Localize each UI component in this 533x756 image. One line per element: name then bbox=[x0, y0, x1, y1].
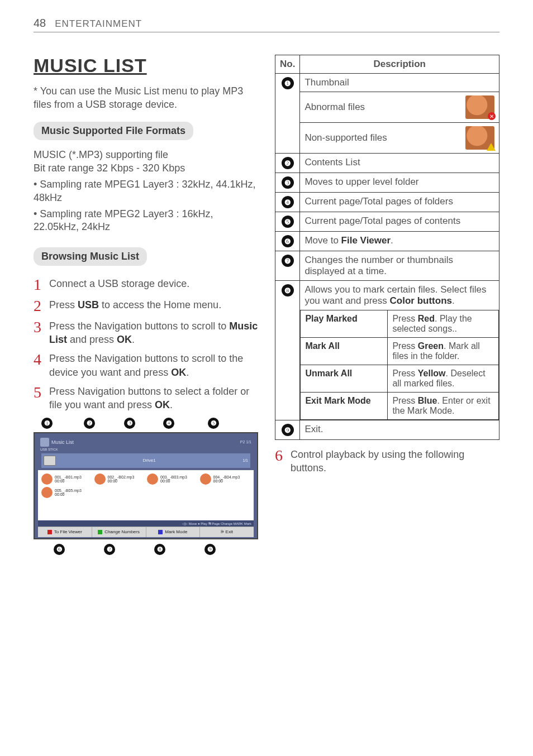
step-number-2: 2 bbox=[34, 298, 46, 314]
music-icon bbox=[40, 438, 49, 447]
file-duration: 00:00 bbox=[55, 479, 65, 483]
format-line-2: Bit rate range 32 Kbps - 320 Kbps bbox=[34, 161, 258, 175]
row-2-desc: Contents List bbox=[300, 154, 499, 173]
format-line-1: MUSIC (*.MP3) supporting file bbox=[34, 148, 258, 161]
sub-unmark-all-desc: Press Yellow. Deselect all marked files. bbox=[388, 365, 499, 393]
row-num-4: ❹ bbox=[282, 196, 294, 208]
step-number-4: 4 bbox=[34, 352, 46, 379]
list-item: 001._-B01.mp300:00 bbox=[41, 473, 92, 485]
music-file-icon bbox=[147, 473, 158, 485]
sub-exit-mode: Exit Mark Mode bbox=[305, 396, 370, 405]
error-badge-icon: ✕ bbox=[488, 112, 496, 120]
ui-preview: ❶ ❷ ❸ ❹ ❺ Music List P2 1/1 USB STICK Dr… bbox=[34, 418, 258, 557]
step-3-ok: OK bbox=[117, 334, 132, 345]
blue-square-icon bbox=[158, 530, 163, 534]
row-num-8: ❽ bbox=[282, 284, 294, 296]
music-file-icon bbox=[41, 487, 53, 498]
row-8-desc: Allows you to mark certain files. Select… bbox=[300, 281, 499, 310]
step-1: 1 Connect a USB storage device. bbox=[34, 277, 258, 293]
list-item: 003._-B03.mp300:00 bbox=[147, 473, 198, 485]
ui-btn-file-viewer: To File Viewer bbox=[38, 527, 92, 537]
callout-2: ❷ bbox=[84, 418, 95, 429]
sub-mark-all: Mark All bbox=[305, 341, 340, 351]
step-3-text-a: Press the Navigation buttons to scroll t… bbox=[49, 320, 229, 332]
callout-4: ❹ bbox=[163, 418, 174, 429]
row-num-2: ❷ bbox=[282, 157, 294, 169]
step-number-6: 6 bbox=[275, 448, 287, 475]
music-file-icon bbox=[200, 473, 211, 485]
row-7-desc: Changes the number or thumbnails display… bbox=[300, 251, 499, 281]
music-file-icon bbox=[41, 473, 53, 485]
row-6-desc: Move to File Viewer. bbox=[300, 232, 499, 251]
list-item: 002._-B02.mp300:00 bbox=[94, 473, 145, 485]
sub-play-marked: Play Marked bbox=[305, 314, 357, 323]
step-4-text-a: Press the Navigation buttons to scroll t… bbox=[49, 353, 243, 377]
warning-badge-icon bbox=[487, 143, 496, 151]
step-3: 3 Press the Navigation buttons to scroll… bbox=[34, 319, 258, 347]
page-number: 48 bbox=[34, 17, 46, 30]
file-name: 002._-B02.mp3 bbox=[108, 475, 135, 479]
step-5: 5 Press Navigation buttons to select a f… bbox=[34, 385, 258, 412]
callout-7: ❼ bbox=[104, 544, 115, 555]
step-2-text-a: Press bbox=[49, 299, 78, 310]
ui-btn-exit: ꔭ Exit bbox=[200, 527, 254, 537]
table-header-no: No. bbox=[275, 55, 300, 74]
ui-title: Music List bbox=[51, 439, 74, 445]
step-3-text-c: and press bbox=[67, 334, 117, 345]
row-5-desc: Current page/Total pages of contents bbox=[300, 212, 499, 232]
file-name: 005._-B05.mp3 bbox=[55, 489, 82, 492]
step-2: 2 Press USB to access the Home menu. bbox=[34, 298, 258, 314]
step-1-text: Connect a USB storage device. bbox=[49, 277, 189, 293]
ui-drive-label: Drive1 bbox=[59, 458, 239, 463]
step-5-text-a: Press Navigation buttons to select a fol… bbox=[49, 386, 249, 410]
section-heading-formats: Music Supported File Formats bbox=[34, 122, 193, 140]
callout-5: ❺ bbox=[208, 418, 219, 429]
music-file-icon bbox=[94, 473, 106, 485]
file-duration: 00:00 bbox=[160, 479, 170, 483]
file-duration: 00:00 bbox=[108, 479, 118, 483]
step-5-text-c: . bbox=[170, 399, 173, 410]
step-2-text-c: to access the Home menu. bbox=[99, 299, 221, 310]
step-4-text-c: . bbox=[186, 367, 189, 378]
sub-play-marked-desc: Press Red. Play the selected songs.. bbox=[388, 310, 499, 338]
ui-btn-label: Mark Mode bbox=[165, 529, 187, 534]
format-bullet-2: Sampling rate MPEG2 Layer3 : 16kHz, 22.0… bbox=[34, 208, 258, 234]
callout-3: ❸ bbox=[124, 418, 135, 429]
step-3-text-e: . bbox=[132, 334, 135, 345]
row-9-desc: Exit. bbox=[300, 420, 499, 440]
ui-footer-hints: ◁▷ Move ● Play ⇆ Page Change MARK Mark bbox=[38, 520, 254, 527]
ui-page-corner: 1/1 bbox=[242, 458, 248, 462]
folder-icon bbox=[44, 456, 56, 466]
intro-text: * You can use the Music List menu to pla… bbox=[34, 84, 258, 112]
abnormal-file-icon: ✕ bbox=[465, 95, 494, 119]
description-table: No. Description ❶ Thumbnail Abnormal fil… bbox=[275, 55, 499, 440]
step-6: 6 Control playback by using the followin… bbox=[275, 448, 499, 475]
row-num-9: ❾ bbox=[282, 424, 294, 436]
step-6-text: Control playback by using the following … bbox=[291, 448, 499, 475]
file-duration: 00:00 bbox=[55, 492, 65, 496]
sub-mark-all-desc: Press Green. Mark all files in the folde… bbox=[388, 338, 499, 365]
row-num-7: ❼ bbox=[282, 255, 294, 267]
ui-thumbs-area: 001._-B01.mp300:00 002._-B02.mp300:00 00… bbox=[38, 470, 254, 520]
ui-btn-change-numbers: Change Numbers bbox=[92, 527, 146, 537]
row-num-3: ❸ bbox=[282, 176, 294, 189]
step-4: 4 Press the Navigation buttons to scroll… bbox=[34, 352, 258, 379]
step-number-5: 5 bbox=[34, 385, 46, 412]
ui-btn-label: To File Viewer bbox=[54, 529, 82, 534]
step-4-ok: OK bbox=[171, 367, 186, 378]
list-item: 004._-B04.mp300:00 bbox=[200, 473, 251, 485]
step-number-3: 3 bbox=[34, 319, 46, 347]
ui-btn-mark-mode: Mark Mode bbox=[146, 527, 201, 537]
step-number-1: 1 bbox=[34, 277, 46, 293]
page-title: MUSIC LIST bbox=[34, 55, 258, 76]
row-4-desc: Current page/Total pages of folders bbox=[300, 193, 499, 212]
top-rule bbox=[34, 32, 499, 32]
callout-1: ❶ bbox=[41, 418, 53, 429]
file-name: 003._-B03.mp3 bbox=[160, 475, 187, 479]
row-1-nonsupported: Non-supported files bbox=[304, 132, 387, 143]
format-bullet-1: Sampling rate MPEG1 Layer3 : 32kHz, 44.1… bbox=[34, 178, 258, 204]
row-1-abnormal: Abnormal files bbox=[304, 102, 365, 113]
callout-8: ❽ bbox=[154, 544, 165, 555]
ui-btn-label: ꔭ Exit bbox=[221, 529, 233, 535]
sub-unmark-all: Unmark All bbox=[305, 369, 352, 378]
